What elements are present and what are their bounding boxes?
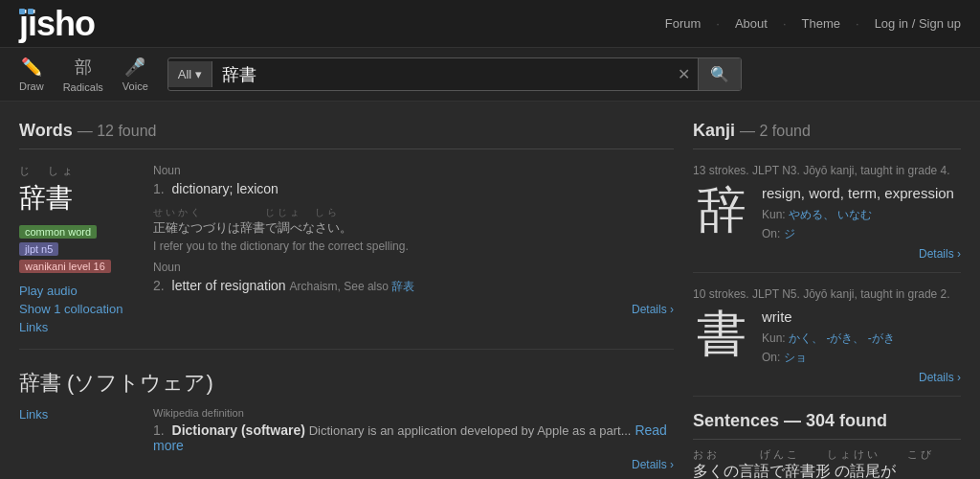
play-audio-link[interactable]: Play audio <box>19 284 134 298</box>
kanji-section: Kanji — 2 found 13 strokes. JLPT N3. Jōy… <box>693 121 961 397</box>
kanji-info-2: 10 strokes. JLPT N5. Jōyō kanji, taught … <box>693 287 961 301</box>
words-header: Words — 12 found <box>19 121 674 149</box>
radicals-label: Radicals <box>63 81 103 93</box>
collocation-link[interactable]: Show 1 collocation <box>19 302 134 316</box>
pos-label-1: Noun <box>153 164 674 177</box>
sentence-ruby-1: おお げんこ しょけい こび <box>693 447 961 462</box>
nav-theme[interactable]: Theme <box>802 16 840 31</box>
word-ruby: じ しょ <box>19 164 134 178</box>
kanji-details-1[interactable]: Details › <box>762 247 961 261</box>
wiki-links-link[interactable]: Links <box>19 407 48 422</box>
kanji-entry-2: 10 strokes. JLPT N5. Jōyō kanji, taught … <box>693 287 961 397</box>
wiki-right: Wikipedia definition 1. Dictionary (soft… <box>153 407 674 471</box>
sentences-header: Sentences — 304 found <box>693 411 961 440</box>
kanji-on-1: On: ジ <box>762 226 961 242</box>
kun-reading-2-1[interactable]: かく、 <box>789 331 823 345</box>
radicals-icon: 部 <box>75 56 92 79</box>
voice-label: Voice <box>122 80 148 92</box>
sentences-section: Sentences — 304 found おお げんこ しょけい こび 多くの… <box>693 411 961 479</box>
nav-links: Forum · About · Theme · Log in / Sign up <box>665 16 961 31</box>
example-en-1: I refer you to the dictionary for the co… <box>153 240 674 253</box>
badge-common: common word <box>19 225 97 239</box>
wiki-left: Links <box>19 407 134 471</box>
meaning-2: 2. letter of resignation Archaism, See a… <box>153 278 674 295</box>
word-left: じ しょ 辞書 common word jlpt n5 wanikani lev… <box>19 164 134 334</box>
left-column: Words — 12 found じ しょ 辞書 common word jlp… <box>19 121 674 479</box>
nav-forum[interactable]: Forum <box>665 16 702 31</box>
badge-jlpt: jlpt n5 <box>19 242 58 256</box>
logo[interactable]: jisho <box>19 7 95 41</box>
kanji-meanings-1: resign, word, term, expression Kun: やめる、… <box>762 185 961 261</box>
logo-dot-2 <box>28 9 33 14</box>
details-link-1[interactable]: Details › <box>153 303 674 316</box>
kanji-on-2: On: ショ <box>762 350 961 366</box>
draw-label: Draw <box>19 80 44 92</box>
kanji-kun-2: Kun: かく、 -がき、 -がき <box>762 331 961 347</box>
wiki-title: 辞書 (ソフトウェア) <box>19 369 674 398</box>
header: jisho Forum · About · Theme · Log in / S… <box>0 0 980 48</box>
nav-about[interactable]: About <box>735 16 768 31</box>
word-sidebar-links: Play audio Show 1 collocation Links <box>19 284 134 334</box>
wiki-entry: Links Wikipedia definition 1. Dictionary… <box>19 407 674 471</box>
wiki-label: Wikipedia definition <box>153 407 674 419</box>
kanji-header: Kanji — 2 found <box>693 121 961 149</box>
word-badges: common word jlpt n5 wanikani level 16 <box>19 224 134 276</box>
main-content: Words — 12 found じ しょ 辞書 common word jlp… <box>0 102 980 479</box>
search-button[interactable]: 🔍 <box>698 58 741 90</box>
pos-label-2: Noun <box>153 261 674 274</box>
voice-tool[interactable]: 🎤 Voice <box>122 57 148 92</box>
word-kanji-display: 辞書 <box>19 180 134 217</box>
nav-login[interactable]: Log in / Sign up <box>875 16 961 31</box>
kanji-char-2[interactable]: 書 <box>693 308 750 384</box>
wiki-section: 辞書 (ソフトウェア) Links Wikipedia definition 1… <box>19 369 674 471</box>
kanji-details-2[interactable]: Details › <box>762 371 961 384</box>
kanji-info-1: 13 strokes. JLPT N3. Jōyō kanji, taught … <box>693 164 961 177</box>
meaning-1: 1. dictionary; lexicon <box>153 181 674 196</box>
kanji-entry-row-2: 書 write Kun: かく、 -がき、 -がき On: ショ <box>693 308 961 397</box>
search-input[interactable] <box>212 59 670 89</box>
sentence-jp-1: 多くの言語で辞書形 の語尾が <box>693 462 961 479</box>
kanji-char-1[interactable]: 辞 <box>693 185 750 261</box>
on-reading-1-1[interactable]: ジ <box>784 227 795 240</box>
kun-reading-2-3[interactable]: -がき <box>868 331 895 345</box>
jishohyo-link[interactable]: 辞表 <box>391 280 414 293</box>
search-all-button[interactable]: All ▾ <box>168 61 212 87</box>
kanji-kun-1: Kun: やめる、 いなむ <box>762 207 961 223</box>
example-jp-1: せいかく じじょ しら 正確なつづりは辞書で調べなさい。 <box>153 204 674 237</box>
kun-reading-1-1[interactable]: やめる、 <box>789 208 835 221</box>
draw-tool[interactable]: ✏️ Draw <box>19 57 44 92</box>
draw-icon: ✏️ <box>21 57 42 78</box>
badge-wanikani: wanikani level 16 <box>19 260 111 273</box>
on-reading-2-1[interactable]: ショ <box>784 351 807 364</box>
kanji-entry-row-1: 辞 resign, word, term, expression Kun: やめ… <box>693 185 961 273</box>
logo-dot-1 <box>19 9 25 14</box>
right-column: Kanji — 2 found 13 strokes. JLPT N3. Jōy… <box>693 121 961 479</box>
kun-reading-2-2[interactable]: -がき、 <box>826 331 864 345</box>
kun-reading-1-2[interactable]: いなむ <box>837 208 872 221</box>
wiki-details-link[interactable]: Details › <box>153 458 674 471</box>
word-definitions: Noun 1. dictionary; lexicon せいかく じじょ しら … <box>153 164 674 334</box>
toolbar: ✏️ Draw 部 Radicals 🎤 Voice All ▾ ✕ 🔍 <box>0 48 980 102</box>
wiki-meaning: 1. Dictionary (software) Dictionary is a… <box>153 422 674 453</box>
voice-icon: 🎤 <box>124 57 145 78</box>
sentence-entry-1: おお げんこ しょけい こび 多くの言語で辞書形 の語尾が にほんこ うだん も… <box>693 447 961 479</box>
search-clear-button[interactable]: ✕ <box>670 65 698 83</box>
logo-dots <box>19 9 33 14</box>
word-entry-1: じ しょ 辞書 common word jlpt n5 wanikani lev… <box>19 164 674 350</box>
word-links-link[interactable]: Links <box>19 320 134 334</box>
kanji-entry-1: 13 strokes. JLPT N3. Jōyō kanji, taught … <box>693 164 961 273</box>
search-bar: All ▾ ✕ 🔍 <box>167 57 742 91</box>
words-section: Words — 12 found じ しょ 辞書 common word jlp… <box>19 121 674 350</box>
radicals-tool[interactable]: 部 Radicals <box>63 56 103 93</box>
kanji-meanings-2: write Kun: かく、 -がき、 -がき On: ショ Detail <box>762 308 961 384</box>
